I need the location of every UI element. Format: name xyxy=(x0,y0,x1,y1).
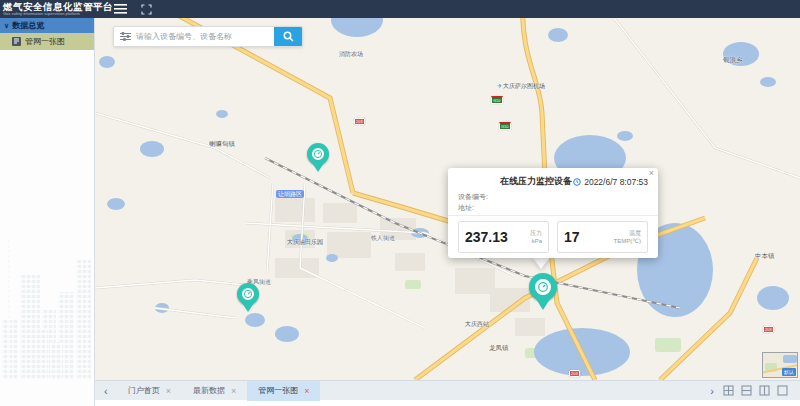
popup-tail xyxy=(532,257,550,269)
map-doc-icon xyxy=(12,37,21,46)
top-bar: 燃气安全信息化监管平台 Gas safety information super… xyxy=(0,0,800,18)
rows-layout-icon[interactable] xyxy=(741,385,752,396)
map-label: 大庆西站 xyxy=(465,320,489,329)
device-id-field: 设备编号: xyxy=(448,191,658,202)
tab-label: 门户首页 xyxy=(128,385,160,396)
temperature-unit: 温度TEMP(℃) xyxy=(614,229,641,245)
menu-icon[interactable] xyxy=(114,4,127,14)
sidebar-item-label: 管网一张图 xyxy=(25,36,65,47)
device-info-popup: × 在线压力监控设备 2022/6/7 8:07:53 设备编号: 地址: 23… xyxy=(448,168,658,258)
road-shield: G10 xyxy=(491,96,503,104)
search-button[interactable] xyxy=(274,27,302,46)
columns-layout-icon[interactable] xyxy=(759,385,770,396)
map-label-airport: ✈大庆萨尔图机场 xyxy=(497,82,545,91)
airplane-icon: ✈ xyxy=(497,83,502,89)
pressure-metric: 237.13 压力kPa xyxy=(458,221,549,253)
road-shield: 203 xyxy=(763,326,774,333)
pressure-unit: 压力kPa xyxy=(530,229,542,245)
tab-latest-data[interactable]: 最新数据 × xyxy=(182,381,247,401)
water-layer xyxy=(99,18,789,376)
sidebar-item-pipeline-map[interactable]: 管网一张图 xyxy=(0,33,94,50)
city-skyline-watermark xyxy=(0,230,95,380)
gauge-icon xyxy=(237,283,259,305)
close-icon[interactable]: × xyxy=(304,386,309,396)
device-marker-selected[interactable] xyxy=(529,273,557,310)
bottom-tab-bar: ‹ 门户首页 × 最新数据 × 管网一张图 × › xyxy=(95,380,800,400)
app-brand: 燃气安全信息化监管平台 Gas safety information super… xyxy=(0,2,100,16)
sidebar-group-data-overview[interactable]: ∨ 数据总览 xyxy=(0,18,94,33)
map-label: 银浪乡 xyxy=(723,56,743,65)
map-label: 消防农场 xyxy=(339,50,363,59)
popup-timestamp: 2022/6/7 8:07:53 xyxy=(573,177,648,187)
popup-title: 在线压力监控设备 xyxy=(500,175,572,188)
bottom-strip xyxy=(95,400,800,406)
single-layout-icon[interactable] xyxy=(777,385,788,396)
map-label: 中本镇 xyxy=(755,252,775,261)
map-label: 铁人街道 xyxy=(371,234,395,243)
road-shield: G10 xyxy=(499,122,511,130)
tab-pipeline-map[interactable]: 管网一张图 × xyxy=(247,381,320,401)
road-shield: 203 xyxy=(569,370,580,377)
map-label: 喇嘛甸镇 xyxy=(209,140,235,149)
tab-portal-home[interactable]: 门户首页 × xyxy=(117,381,182,401)
map-viewport[interactable]: 消防农场 喇嘛甸镇 让胡路区 ✈大庆萨尔图机场 铁人街道 大庆油田乐园 乘风街道… xyxy=(95,18,800,380)
tab-label: 最新数据 xyxy=(193,385,225,396)
device-marker[interactable] xyxy=(237,283,259,312)
app-subtitle: Gas safety information supervision platf… xyxy=(3,12,100,16)
gauge-icon xyxy=(307,143,329,165)
tab-label: 管网一张图 xyxy=(258,385,298,396)
close-icon[interactable]: × xyxy=(649,168,654,178)
search-input[interactable] xyxy=(136,27,274,46)
map-label: 龙凤镇 xyxy=(489,344,509,353)
road-shield: 203 xyxy=(354,118,365,125)
close-icon[interactable]: × xyxy=(231,386,236,396)
map-label: 大庆油田乐园 xyxy=(287,238,323,247)
chevron-left-icon[interactable]: ‹ xyxy=(95,381,117,401)
address-field: 地址: xyxy=(448,202,658,213)
chevron-right-icon[interactable]: › xyxy=(701,381,723,401)
clock-icon xyxy=(573,178,581,186)
sidebar: ∨ 数据总览 管网一张图 xyxy=(0,18,95,406)
minimap-water xyxy=(783,355,797,363)
close-icon[interactable]: × xyxy=(166,386,171,396)
minimap-default-button[interactable]: 默认 xyxy=(782,368,796,376)
fullscreen-icon[interactable] xyxy=(141,4,152,15)
temperature-value: 17 xyxy=(564,229,580,245)
filter-icon[interactable] xyxy=(114,27,136,46)
search-icon xyxy=(283,31,294,42)
grid-layout-icon[interactable] xyxy=(723,385,734,396)
device-search-bar xyxy=(113,26,303,47)
map-label-district: 让胡路区 xyxy=(276,190,304,198)
device-marker[interactable] xyxy=(307,143,329,172)
minimap-overview[interactable]: 默认 xyxy=(762,352,798,378)
temperature-metric: 17 温度TEMP(℃) xyxy=(557,221,648,253)
pressure-value: 237.13 xyxy=(465,229,508,245)
sidebar-group-label: 数据总览 xyxy=(12,20,44,31)
gauge-icon xyxy=(529,273,557,301)
chevron-down-icon: ∨ xyxy=(4,22,9,30)
